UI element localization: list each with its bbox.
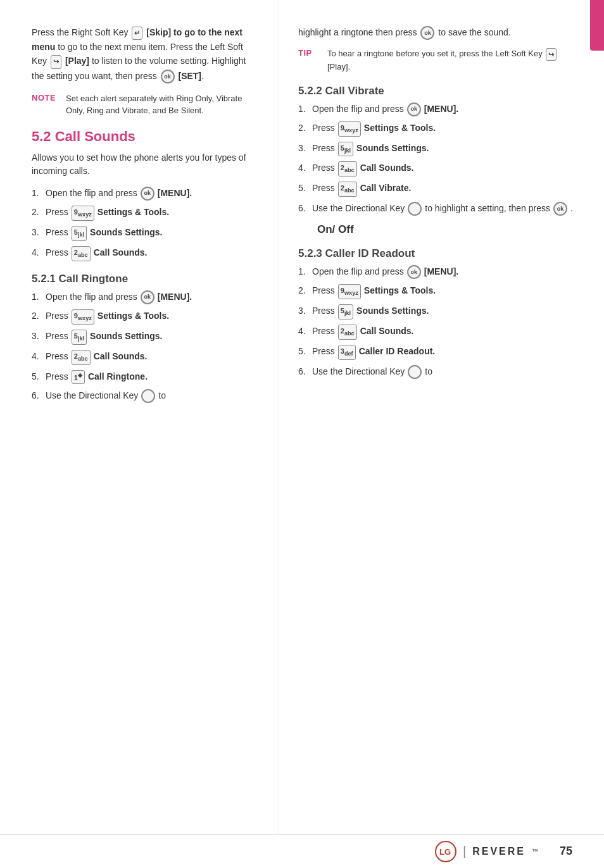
- dir-key-522-6: [408, 202, 422, 216]
- set-label: [SET]: [178, 71, 201, 81]
- ok-icon-intro: ok: [161, 70, 175, 84]
- footer-logo: LG | REVERE ™: [435, 841, 538, 862]
- key-2abc-523-4: 2abc: [338, 325, 357, 340]
- footer-trademark: ™: [532, 848, 538, 855]
- key-2abc-521-4: 2abc: [72, 350, 91, 365]
- key-2abc-52-4: 2abc: [72, 246, 91, 261]
- ok-icon-cont: ok: [420, 26, 434, 40]
- step-521-2: 2. Press 9wxyz Settings & Tools.: [32, 309, 260, 325]
- step-52-4: 4. Press 2abc Call Sounds.: [32, 246, 260, 261]
- key-9wxyz-523-2: 9wxyz: [338, 284, 361, 299]
- key-5jkl-521-3: 5jkl: [72, 330, 87, 345]
- footer-separator: |: [463, 844, 466, 859]
- step-521-1: 1. Open the flip and press ok [MENU].: [32, 290, 260, 304]
- key-9wxyz-521-2: 9wxyz: [72, 309, 94, 325]
- sub-521-heading: 5.2.1 Call Ringtone: [32, 273, 260, 285]
- step-522-3: 3. Press 5jkl Sounds Settings.: [298, 142, 579, 157]
- step-523-1: 1. Open the flip and press ok [MENU].: [298, 265, 579, 279]
- intro-block: Press the Right Soft Key ↵ [Skip] to go …: [32, 25, 260, 84]
- footer-page-number: 75: [560, 845, 572, 858]
- section-52-desc: Allows you to set how the phone alerts y…: [32, 151, 260, 178]
- step-522-4: 4. Press 2abc Call Sounds.: [298, 161, 579, 177]
- sub-523-heading: 5.2.3 Caller ID Readout: [298, 247, 579, 260]
- step-521-3: 3. Press 5jkl Sounds Settings.: [32, 330, 260, 345]
- right-column: highlight a ringtone then press ok to sa…: [279, 0, 604, 868]
- continuation-text: highlight a ringtone then press ok to sa…: [298, 27, 511, 37]
- step-522-6: 6. Use the Directional Key to highlight …: [298, 202, 579, 216]
- step-521-4: 4. Press 2abc Call Sounds.: [32, 350, 260, 365]
- step-52-2: 2. Press 9wxyz Settings & Tools.: [32, 206, 260, 221]
- page-footer: LG | REVERE ™ 75: [0, 834, 604, 868]
- steps-523-list: 1. Open the flip and press ok [MENU]. 2.…: [298, 265, 579, 379]
- page-tab: [590, 0, 604, 51]
- tip-text: To hear a ringtone before you set it, pr…: [327, 47, 579, 73]
- key-9wxyz-52-2: 9wxyz: [72, 206, 94, 221]
- dir-key-521-6: [141, 389, 155, 403]
- key-3def-523-5: 3def: [338, 345, 356, 360]
- on-off-label: On/ Off: [317, 223, 579, 236]
- key-5jkl-523-3: 5jkl: [338, 304, 353, 319]
- key-2abc-522-4: 2abc: [338, 161, 357, 177]
- step-523-5: 5. Press 3def Caller ID Readout.: [298, 345, 579, 360]
- step-52-1: 1. Open the flip and press ok [MENU].: [32, 187, 260, 201]
- note-label: NOTE: [32, 93, 63, 102]
- page-container: Press the Right Soft Key ↵ [Skip] to go …: [0, 0, 604, 868]
- section-52-heading: 5.2 Call Sounds: [32, 128, 260, 145]
- ok-icon-52-1: ok: [141, 187, 154, 201]
- left-column: Press the Right Soft Key ↵ [Skip] to go …: [0, 0, 279, 868]
- key-2abc-522-5: 2abc: [338, 182, 357, 197]
- step-522-5: 5. Press 2abc Call Vibrate.: [298, 182, 579, 197]
- key-5jkl-52-3: 5jkl: [72, 226, 87, 241]
- step-523-4: 4. Press 2abc Call Sounds.: [298, 325, 579, 340]
- right-soft-key-icon: ↵: [132, 27, 142, 40]
- ok-icon-522-1: ok: [407, 102, 421, 116]
- left-soft-tip: ↪: [546, 48, 557, 61]
- ok-icon-521-1: ok: [141, 290, 154, 304]
- steps-522-list: 1. Open the flip and press ok [MENU]. 2.…: [298, 102, 579, 216]
- left-soft-key-icon: ↪: [51, 55, 61, 69]
- step-52-3: 3. Press 5jkl Sounds Settings.: [32, 226, 260, 241]
- sub-522-heading: 5.2.2 Call Vibrate: [298, 85, 579, 97]
- tip-block: TIP To hear a ringtone before you set it…: [298, 47, 579, 73]
- step-522-1: 1. Open the flip and press ok [MENU].: [298, 102, 579, 116]
- step-523-3: 3. Press 5jkl Sounds Settings.: [298, 304, 579, 319]
- step-521-5: 5. Press 1◆ Call Ringtone.: [32, 370, 260, 384]
- play-label: [Play]: [65, 56, 89, 66]
- step-523-6: 6. Use the Directional Key to: [298, 365, 579, 379]
- step-523-2: 2. Press 9wxyz Settings & Tools.: [298, 284, 579, 299]
- key-9wxyz-522-2: 9wxyz: [338, 121, 361, 137]
- continuation-block: highlight a ringtone then press ok to sa…: [298, 25, 579, 40]
- ok-icon-523-1: ok: [407, 265, 421, 279]
- lg-logo-icon: LG: [435, 841, 456, 862]
- note-block: NOTE Set each alert separately with Ring…: [32, 92, 260, 117]
- key-1star-521-5: 1◆: [72, 370, 85, 384]
- svg-text:LG: LG: [439, 847, 451, 857]
- footer-brand-name: REVERE: [472, 846, 525, 857]
- intro-text: Press the Right Soft Key ↵ [Skip] to go …: [32, 27, 246, 81]
- tip-label: TIP: [298, 48, 322, 58]
- ok-icon-522-6: ok: [553, 202, 567, 216]
- steps-521-list: 1. Open the flip and press ok [MENU]. 2.…: [32, 290, 260, 403]
- step-521-6: 6. Use the Directional Key to: [32, 389, 260, 403]
- key-5jkl-522-3: 5jkl: [338, 142, 353, 157]
- steps-52-list: 1. Open the flip and press ok [MENU]. 2.…: [32, 187, 260, 261]
- step-522-2: 2. Press 9wxyz Settings & Tools.: [298, 121, 579, 137]
- note-text: Set each alert separately with Ring Only…: [66, 92, 260, 117]
- dir-key-523-6: [408, 365, 422, 379]
